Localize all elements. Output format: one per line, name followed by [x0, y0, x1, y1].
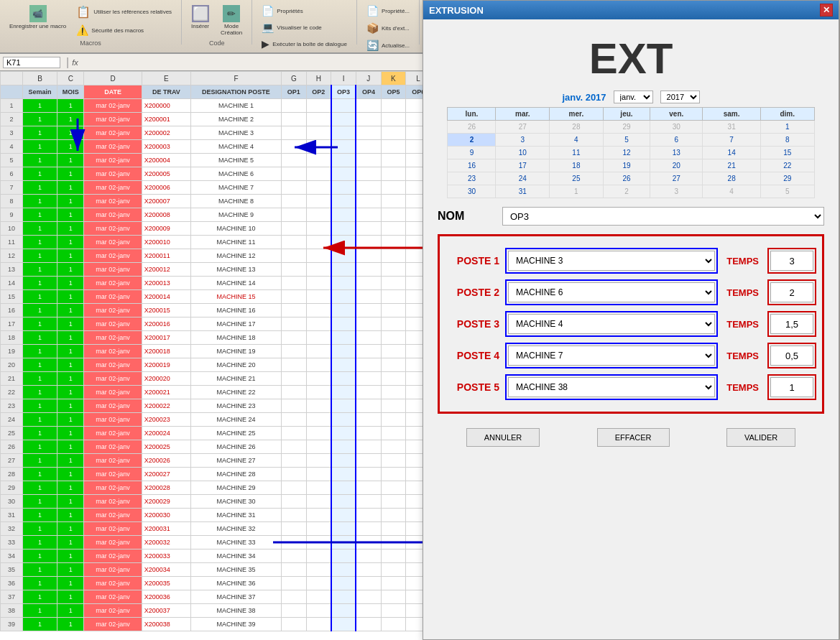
calendar-day[interactable]: 29 [603, 121, 650, 134]
view-code-btn[interactable]: 💻 Visualiser le code [260, 20, 349, 34]
calendar-day[interactable]: 26 [448, 121, 496, 134]
calendar-day[interactable]: 5 [760, 185, 814, 198]
calendar-day[interactable]: 10 [496, 147, 550, 159]
mois-cell: 1 [57, 317, 84, 331]
calendar-day[interactable]: 22 [760, 159, 814, 172]
temps-input-5[interactable] [770, 377, 813, 397]
calendar-day[interactable]: 2 [448, 134, 496, 147]
mois-cell: 1 [57, 386, 84, 399]
calendar-day[interactable]: 28 [550, 121, 604, 134]
col-e-header: E [142, 72, 190, 85]
calendar-day[interactable]: 2 [603, 185, 650, 198]
nom-select[interactable]: OP3OP1OP2OP4OP5OP6 [502, 207, 824, 226]
temps-input-3[interactable] [770, 314, 813, 334]
calendar-day[interactable]: 20 [650, 159, 703, 172]
table-row: 26 1 1 mar 02-janv X200025 MACHINE 26 [1, 440, 431, 454]
table-row: 39 1 1 mar 02-janv X200038 MACHINE 39 [1, 618, 431, 631]
calendar-day[interactable]: 27 [496, 121, 550, 134]
calendar-day[interactable]: 6 [650, 134, 703, 147]
effacer-button[interactable]: EFFACER [597, 428, 670, 447]
op2-cell [306, 427, 331, 440]
calendar-day[interactable]: 19 [603, 159, 650, 172]
poste-machine-select-5[interactable]: MACHINE 38 MACHINE 1MACHINE 2MACHINE 3 M… [508, 377, 715, 397]
calendar-day[interactable]: 15 [760, 147, 814, 159]
run-dialog-btn[interactable]: ▶ Exécuter la boîte de dialogue [260, 37, 349, 51]
properties-btn[interactable]: 📄 Propriétés [260, 4, 349, 18]
calendar-day[interactable]: 17 [496, 159, 550, 172]
record-macro-btn[interactable]: 📹 Enregistrer une macro [8, 4, 68, 37]
table-row: 27 1 1 mar 02-janv X200026 MACHINE 27 [1, 454, 431, 468]
calendar-month-select[interactable]: janv.févr.marsavr. maijuinjuil.août sept… [614, 91, 653, 103]
calendar-day[interactable]: 3 [650, 185, 703, 198]
name-box[interactable] [3, 57, 60, 68]
calendar-day[interactable]: 21 [703, 159, 761, 172]
calendar-day[interactable]: 14 [703, 147, 761, 159]
mois-cell: 1 [57, 536, 84, 549]
source-properties-btn[interactable]: 📄 Propriété... [365, 4, 411, 18]
annuler-button[interactable]: ANNULER [466, 428, 540, 447]
poste-machine-select-3[interactable]: MACHINE 4 MACHINE 1MACHINE 2MACHINE 3 MA… [508, 314, 715, 334]
op1-cell [281, 509, 306, 522]
op5-cell [381, 195, 406, 208]
op5-cell [381, 277, 406, 290]
calendar-day[interactable]: 16 [448, 159, 496, 172]
temps-input-4[interactable] [770, 345, 813, 366]
calendar-body[interactable]: 2627282930311234567891011121314151617181… [448, 121, 814, 198]
de-trav-cell: X200013 [142, 277, 190, 290]
calendar-day[interactable]: 5 [603, 134, 650, 147]
calendar-day[interactable]: 12 [603, 147, 650, 159]
calendar-day[interactable]: 28 [703, 172, 761, 185]
insert-btn[interactable]: ⬜ Insérer [190, 4, 211, 31]
calendar-day[interactable]: 13 [650, 147, 703, 159]
poste-machine-select-4[interactable]: MACHINE 7 MACHINE 1MACHINE 2MACHINE 3 MA… [508, 345, 715, 366]
poste-machine-select-2[interactable]: MACHINE 6 MACHINE 1MACHINE 2MACHINE 3 MA… [508, 282, 715, 302]
calendar-day[interactable]: 11 [550, 147, 604, 159]
calendar-day[interactable]: 23 [448, 172, 496, 185]
op2-cell [306, 304, 331, 317]
relative-refs-btn[interactable]: 📋 Utiliser les références relatives [75, 4, 173, 20]
valider-button[interactable]: VALIDER [726, 428, 795, 447]
temps-input-1[interactable] [770, 251, 813, 271]
calendar-day[interactable]: 3 [496, 134, 550, 147]
calendar-day[interactable]: 18 [550, 159, 604, 172]
mois-cell: 1 [57, 522, 84, 536]
kits-btn[interactable]: 📦 Kits d'ext... [365, 21, 411, 35]
op1-cell [281, 236, 306, 249]
calendar-day[interactable]: 30 [650, 121, 703, 134]
poste-machine-select-1[interactable]: MACHINE 3 MACHINE 1MACHINE 2MACHINE 3 MA… [508, 251, 715, 271]
calendar-day[interactable]: 30 [448, 185, 496, 198]
op4-cell [356, 481, 381, 495]
op1-cell [281, 154, 306, 167]
semaine-cell: 1 [22, 345, 57, 358]
calendar-year-select[interactable]: 20152016201720182019 [660, 91, 700, 103]
poste-select-wrap-4: MACHINE 7 MACHINE 1MACHINE 2MACHINE 3 MA… [505, 343, 718, 368]
calendar-day[interactable]: 8 [760, 134, 814, 147]
op1-cell [281, 481, 306, 495]
mode-creation-btn[interactable]: ✏ ModeCréation [219, 4, 244, 37]
calendar-day[interactable]: 31 [496, 185, 550, 198]
calendar-day[interactable]: 26 [603, 172, 650, 185]
semaine-cell: 1 [22, 386, 57, 399]
calendar-day[interactable]: 4 [703, 185, 761, 198]
calendar-day[interactable]: 7 [703, 134, 761, 147]
calendar-day[interactable]: 4 [550, 134, 604, 147]
calendar-day[interactable]: 24 [496, 172, 550, 185]
calendar-day[interactable]: 1 [760, 121, 814, 134]
op4-cell [356, 167, 381, 181]
dialog-close-button[interactable]: ✕ [820, 4, 833, 17]
formula-input[interactable] [81, 58, 431, 67]
op4-header: OP4 [356, 85, 381, 99]
temps-input-2[interactable] [770, 282, 813, 302]
calendar-day[interactable]: 29 [760, 172, 814, 185]
calendar-day[interactable]: 9 [448, 147, 496, 159]
op5-cell [381, 263, 406, 277]
calendar-day[interactable]: 31 [703, 121, 761, 134]
de-trav-cell: X200000 [142, 99, 190, 113]
calendar-day[interactable]: 1 [550, 185, 604, 198]
macro-security-btn[interactable]: ⚠️ Sécurité des macros [75, 23, 173, 37]
desig-cell: MACHINE 14 [190, 277, 281, 290]
op5-cell [381, 618, 406, 631]
refresh-btn[interactable]: 🔄 Actualise... [365, 38, 411, 52]
calendar-day[interactable]: 27 [650, 172, 703, 185]
calendar-day[interactable]: 25 [550, 172, 604, 185]
